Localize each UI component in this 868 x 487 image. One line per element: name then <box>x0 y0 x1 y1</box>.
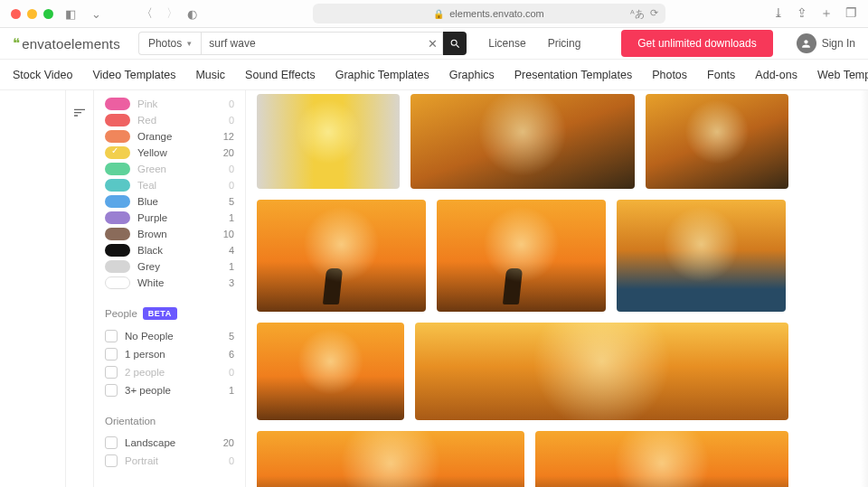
sidebar-toggle-icon[interactable]: ◧ <box>62 7 79 21</box>
nav-item[interactable]: Sound Effects <box>245 69 316 81</box>
back-icon[interactable]: 〈 <box>138 5 155 22</box>
reload-icon[interactable]: ⟳ <box>650 7 658 21</box>
forward-icon[interactable]: 〉 <box>164 5 180 22</box>
checkbox-count: 1 <box>229 385 234 396</box>
close-window-icon[interactable] <box>11 9 21 19</box>
color-swatch <box>105 195 130 208</box>
reader-icon[interactable]: ᴬあ <box>630 7 645 21</box>
result-thumbnail[interactable] <box>257 200 426 312</box>
sign-in-button[interactable]: Sign In <box>797 33 855 53</box>
nav-item[interactable]: Music <box>195 69 225 81</box>
browser-chrome: ◧ ⌄ 〈 〉 ◐ 🔒 elements.envato.com ᴬあ ⟳ ⤓ ⇪… <box>0 0 868 28</box>
nav-item[interactable]: Fonts <box>707 69 735 81</box>
checkbox-label: 2 people <box>125 367 165 378</box>
result-thumbnail[interactable] <box>415 323 788 420</box>
tabs-icon[interactable]: ❐ <box>845 5 857 22</box>
maximize-window-icon[interactable] <box>43 9 53 19</box>
checkbox-label: No People <box>125 331 174 342</box>
checkbox-filter-row[interactable]: Landscape20 <box>105 434 234 452</box>
nav-item[interactable]: Video Templates <box>92 69 175 81</box>
color-filter-row[interactable]: Green0 <box>105 161 234 177</box>
checkbox-filter-row[interactable]: 2 people0 <box>105 363 234 381</box>
nav-item[interactable]: Graphic Templates <box>335 69 429 81</box>
checkbox-count: 0 <box>229 455 234 466</box>
result-thumbnail[interactable] <box>257 431 524 487</box>
nav-item[interactable]: Add-ons <box>755 69 797 81</box>
color-name: Pink <box>137 98 157 109</box>
color-filter-row[interactable]: Red0 <box>105 112 234 128</box>
downloads-icon[interactable]: ⤓ <box>773 5 784 22</box>
color-filter-row[interactable]: Pink0 <box>105 96 234 112</box>
filters-sidebar: Pink0Red0Orange12Yellow20Green0Teal0Blue… <box>94 90 246 487</box>
color-count: 12 <box>223 131 234 142</box>
color-count: 4 <box>229 245 234 256</box>
color-swatch <box>105 260 130 273</box>
chevron-down-icon[interactable]: ⌄ <box>88 7 104 21</box>
color-filter-row[interactable]: Grey1 <box>105 258 234 275</box>
share-icon[interactable]: ⇪ <box>797 5 807 22</box>
site-logo[interactable]: ❝ envatoelements <box>13 35 120 52</box>
checkbox-filter-row[interactable]: 1 person6 <box>105 345 234 363</box>
license-link[interactable]: License <box>488 37 525 50</box>
checkbox-filter-row[interactable]: No People5 <box>105 327 234 345</box>
color-name: Brown <box>137 229 167 239</box>
category-nav: Stock VideoVideo TemplatesMusicSound Eff… <box>0 60 868 90</box>
color-filter-row[interactable]: Teal0 <box>105 177 234 193</box>
checkbox <box>105 366 118 379</box>
color-name: Yellow <box>137 147 167 158</box>
result-thumbnail[interactable] <box>646 94 788 189</box>
nav-item[interactable]: Stock Video <box>13 69 72 81</box>
color-filter-row[interactable]: Brown10 <box>105 226 234 242</box>
result-thumbnail[interactable] <box>437 200 606 312</box>
logo-text: envatoelements <box>22 36 120 52</box>
minimize-window-icon[interactable] <box>27 9 37 19</box>
color-name: Orange <box>137 131 172 142</box>
checkbox-count: 6 <box>229 349 234 360</box>
color-count: 0 <box>229 115 234 126</box>
privacy-shield-icon[interactable]: ◐ <box>187 7 197 21</box>
checkbox-label: Landscape <box>125 437 175 448</box>
checkbox-filter-row[interactable]: 3+ people1 <box>105 381 234 399</box>
clear-search-icon[interactable]: ✕ <box>428 37 438 51</box>
color-swatch <box>105 179 130 192</box>
result-thumbnail[interactable] <box>257 323 404 420</box>
filter-rail <box>65 90 94 487</box>
checkbox-filter-row[interactable]: Portrait0 <box>105 452 234 470</box>
color-swatch <box>105 211 130 224</box>
result-thumbnail[interactable] <box>535 431 788 487</box>
color-filter-row[interactable]: Black4 <box>105 242 234 258</box>
leaf-icon: ❝ <box>13 35 20 52</box>
color-count: 1 <box>229 212 234 223</box>
sign-in-label: Sign In <box>822 37 855 50</box>
color-swatch <box>105 276 130 289</box>
result-thumbnail[interactable] <box>617 200 786 312</box>
color-filter-row[interactable]: Orange12 <box>105 128 234 145</box>
search-category-dropdown[interactable]: Photos ▾ <box>138 32 201 55</box>
color-name: Green <box>137 164 166 174</box>
nav-item[interactable]: Presentation Templates <box>514 69 632 81</box>
checkbox <box>105 384 118 397</box>
color-filter-row[interactable]: Blue5 <box>105 193 234 210</box>
checkbox-count: 20 <box>223 437 234 448</box>
search-input[interactable] <box>201 32 443 55</box>
nav-item[interactable]: Photos <box>652 69 687 81</box>
color-filter-row[interactable]: Purple1 <box>105 210 234 226</box>
color-swatch <box>105 163 130 175</box>
color-count: 0 <box>229 98 234 109</box>
lock-icon: 🔒 <box>433 9 444 19</box>
cta-button[interactable]: Get unlimited downloads <box>621 30 772 57</box>
nav-item[interactable]: Graphics <box>449 69 495 81</box>
filters-toggle-icon[interactable] <box>71 103 89 121</box>
checkbox-label: 1 person <box>125 349 165 360</box>
nav-item[interactable]: Web Templates <box>817 69 868 81</box>
search-button[interactable] <box>443 32 467 55</box>
search-bar: Photos ▾ ✕ <box>138 32 467 55</box>
new-tab-icon[interactable]: ＋ <box>820 5 833 22</box>
result-thumbnail[interactable] <box>257 94 400 189</box>
address-bar[interactable]: 🔒 elements.envato.com ᴬあ ⟳ <box>313 4 665 23</box>
color-filter-row[interactable]: Yellow20 <box>105 145 234 161</box>
pricing-link[interactable]: Pricing <box>548 37 581 50</box>
color-filter-row[interactable]: White3 <box>105 275 234 291</box>
color-name: Purple <box>137 212 167 223</box>
result-thumbnail[interactable] <box>410 94 635 189</box>
